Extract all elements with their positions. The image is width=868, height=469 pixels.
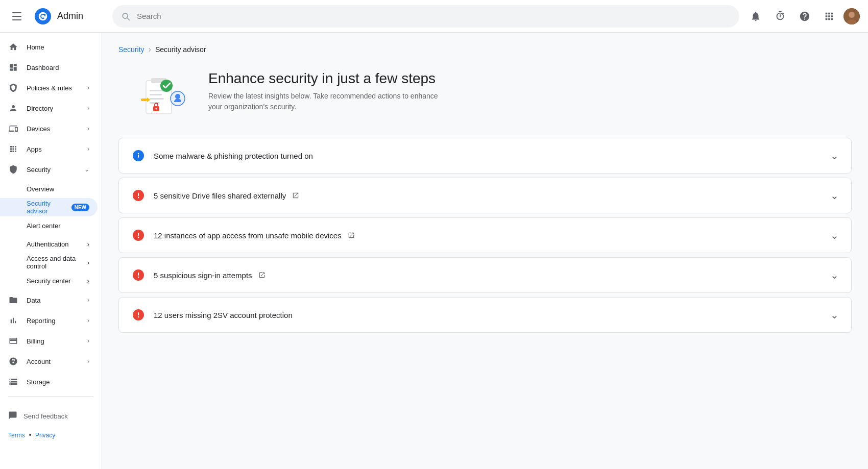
sidebar-item-label: Directory [27,105,79,112]
sidebar-subitem-alert-center[interactable]: Alert center [0,216,98,235]
sidebar-item-home[interactable]: Home [0,37,98,57]
sidebar-item-dashboard[interactable]: Dashboard [0,57,98,78]
sidebar-item-directory[interactable]: Directory › [0,98,98,118]
bell-icon [750,11,761,22]
security-icon [8,164,18,175]
chevron-right-icon: › [87,145,89,153]
sidebar-item-label: Account [27,358,79,365]
hero-section: Enhance security in just a few steps Rev… [118,70,852,121]
sidebar-item-apps[interactable]: Apps › [0,139,98,159]
svg-point-10 [160,80,173,92]
error-icon [131,268,146,282]
terms-row: Terms • Privacy [0,428,102,447]
sidebar-item-policies[interactable]: Policies & rules › [0,78,98,98]
send-feedback-button[interactable]: Send feedback [8,409,93,424]
chevron-right-icon: › [87,337,89,344]
main-layout: Home Dashboard Policies & rules › Direct… [0,33,868,469]
avatar[interactable] [843,8,860,24]
svg-rect-30 [138,312,139,315]
chevron-right-icon: › [87,317,89,324]
directory-icon [8,103,18,113]
sidebar-item-label: Security [27,166,76,174]
sidebar-subitem-security-advisor[interactable]: Security advisor NEW [0,198,98,216]
dashboard-icon [8,62,18,72]
hamburger-button[interactable] [8,6,29,27]
svg-rect-18 [138,155,139,158]
sidebar-subitem-security-center[interactable]: Security center › [0,271,98,290]
svg-point-22 [138,197,139,198]
chevron-right-icon: › [87,259,89,266]
security-item-app-access[interactable]: 12 instances of app access from unsafe m… [118,217,852,253]
sidebar-item-storage[interactable]: Storage [0,372,98,392]
svg-point-31 [138,316,139,317]
security-item-label: 12 instances of app access from unsafe m… [154,231,342,240]
reporting-icon [8,315,18,326]
external-link-icon3 [258,271,266,279]
feedback-icon [8,411,17,422]
sidebar-item-data[interactable]: Data › [0,290,98,310]
content-area: Security › Security advisor [102,33,868,469]
security-list: Some malware & phishing protection turne… [118,138,852,337]
security-item-malware[interactable]: Some malware & phishing protection turne… [118,138,852,174]
chevron-right-icon: › [87,358,89,365]
sidebar-subitem-label: Security center [27,277,71,285]
sidebar-item-reporting[interactable]: Reporting › [0,310,98,331]
expand-icon: ⌄ [830,309,839,321]
external-link-icon [292,192,299,199]
topbar-left: Admin [8,6,106,27]
security-item-signin[interactable]: 5 suspicious sign-in attempts ⌄ [118,257,852,293]
error-circle-icon2 [132,229,144,241]
expand-icon: ⌄ [830,269,839,281]
google-logo [35,8,51,24]
terms-link[interactable]: Terms [8,432,25,439]
sidebar-item-label: Home [27,43,89,51]
sidebar-subitem-access-data-control[interactable]: Access and data control › [0,253,98,271]
sidebar-item-label: Apps [27,145,79,153]
hero-text: Enhance security in just a few steps Rev… [208,70,453,112]
breadcrumb-current: Security advisor [155,45,206,54]
sidebar-item-billing[interactable]: Billing › [0,331,98,351]
topbar: Admin [0,0,868,33]
hero-illustration [131,70,192,121]
security-item-text: 5 suspicious sign-in attempts [154,271,824,280]
sidebar-item-account[interactable]: Account › [0,351,98,372]
search-icon [120,11,131,21]
chevron-down-icon: ⌄ [84,166,89,173]
home-icon [8,42,18,52]
error-circle-icon3 [132,269,144,281]
svg-point-2 [849,12,855,18]
sidebar-item-devices[interactable]: Devices › [0,118,98,139]
hamburger-icon [12,10,25,22]
sidebar-item-security[interactable]: Security ⌄ [0,159,98,180]
svg-rect-21 [138,193,139,196]
terms-separator: • [29,432,31,439]
sidebar-subitem-overview[interactable]: Overview [0,180,98,198]
search-input[interactable] [137,12,731,20]
svg-rect-13 [141,98,147,101]
apps-grid-icon [824,11,835,22]
chevron-right-icon: › [87,240,89,248]
security-item-2sv[interactable]: 12 users missing 2SV account protection … [118,297,852,333]
security-item-text: Some malware & phishing protection turne… [154,152,824,160]
breadcrumb-parent[interactable]: Security [118,45,144,54]
sidebar-subitem-authentication[interactable]: Authentication › [0,235,98,253]
security-item-drive[interactable]: 5 sensitive Drive files shared externall… [118,178,852,213]
svg-rect-24 [138,233,139,236]
apps-icon [8,144,18,154]
svg-point-16 [156,108,157,110]
sidebar-item-label: Storage [27,378,89,386]
notifications-button[interactable] [745,6,766,27]
privacy-link[interactable]: Privacy [35,432,55,439]
help-button[interactable] [794,6,815,27]
apps-button[interactable] [819,6,839,27]
send-feedback-label: Send feedback [23,412,68,420]
search-bar[interactable] [112,5,739,28]
sidebar-item-label: Dashboard [27,64,89,71]
svg-rect-7 [150,94,162,95]
new-badge: NEW [71,204,89,211]
chevron-right-icon: › [87,105,89,112]
timeout-button[interactable] [770,6,790,27]
expand-icon: ⌄ [830,150,839,162]
sidebar-subitem-label: Security advisor [27,200,68,215]
storage-icon [8,377,18,387]
